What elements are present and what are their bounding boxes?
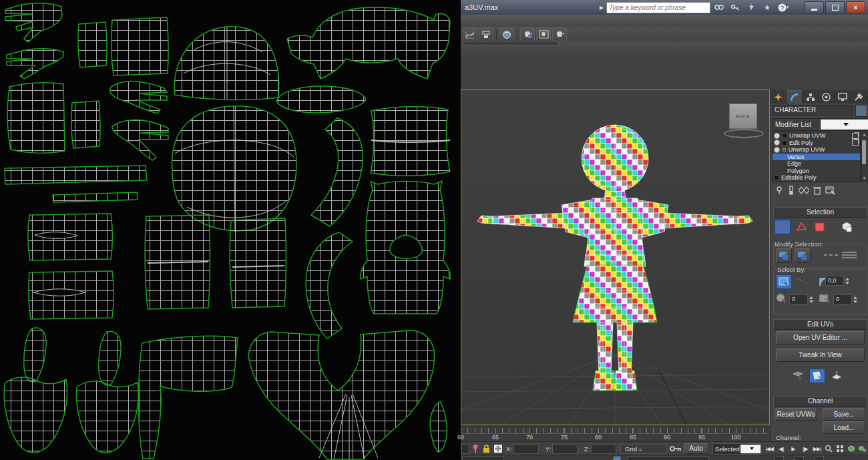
help-icon[interactable]: ? ▾ — [776, 1, 791, 13]
smoothing-group-spinner[interactable]: 0 — [789, 294, 813, 304]
viewcube-ring[interactable] — [724, 129, 764, 138]
grow-selection-button[interactable] — [776, 248, 792, 263]
minimize-button[interactable] — [805, 1, 824, 13]
close-button[interactable]: × — [846, 1, 865, 13]
uv-island-thin-strip[interactable] — [53, 192, 138, 202]
select-loop-icon[interactable] — [841, 250, 857, 261]
y-coord-field[interactable] — [552, 444, 578, 454]
search-expand-icon[interactable]: ▶ — [598, 2, 605, 13]
auto-key-button[interactable]: Auto — [684, 443, 708, 454]
reset-uvws-button[interactable]: Reset UVWs — [775, 408, 817, 421]
stack-subrow-edge[interactable]: Edge — [773, 160, 860, 168]
quick-planar-map-icon[interactable] — [791, 369, 805, 383]
select-by-vertex-dotted-icon[interactable] — [796, 277, 808, 286]
spinner-down-icon[interactable] — [853, 300, 857, 303]
uv-island-boot-back[interactable] — [361, 181, 451, 314]
uv-island-arc[interactable] — [306, 232, 353, 338]
spinner-down-icon[interactable] — [845, 282, 849, 284]
viewcube-back-face[interactable]: BACK — [729, 103, 757, 129]
shrink-selection-button[interactable] — [795, 248, 811, 263]
uv-island-kite[interactable] — [430, 401, 447, 452]
stack-row-unwrap-uvw-1[interactable]: Unwrap UVW — [773, 132, 860, 140]
render-production-icon[interactable] — [552, 27, 567, 41]
spinner-up-icon[interactable] — [853, 296, 857, 299]
uv-island-skirt-back[interactable] — [248, 330, 435, 459]
open-uv-editor-button[interactable]: Open UV Editor ... — [776, 331, 865, 344]
zoom-icon[interactable] — [823, 443, 834, 454]
stack-subrow-vertex[interactable]: Vertex — [773, 154, 860, 161]
rendered-frame-window-icon[interactable] — [536, 27, 551, 41]
select-polygon-button[interactable] — [812, 220, 827, 234]
tab-utilities-icon[interactable] — [851, 91, 867, 103]
tab-motion-icon[interactable] — [819, 91, 835, 103]
rollout-selection-header[interactable]: Selection — [773, 207, 867, 218]
scroll-thumb[interactable] — [862, 140, 866, 164]
select-ring-icon[interactable] — [824, 251, 839, 260]
make-unique-icon[interactable] — [799, 186, 809, 195]
curve-editor-icon[interactable] — [463, 27, 477, 41]
object-name-field[interactable]: CHARACTER — [772, 105, 853, 116]
tab-hierarchy-icon[interactable] — [803, 91, 819, 103]
scroll-down-icon[interactable]: ▼ — [862, 176, 867, 181]
isolate-pin-icon[interactable] — [469, 443, 481, 454]
x-coord-field[interactable] — [513, 444, 539, 454]
modifier-enable-bulb-icon[interactable] — [774, 147, 780, 153]
uv-island-skirt-panel[interactable] — [139, 336, 238, 459]
pin-stack-icon[interactable] — [775, 186, 784, 195]
uv-island-shoe-top[interactable] — [76, 381, 138, 453]
load-uvws-button[interactable]: Load... — [823, 421, 865, 434]
selection-lock-icon[interactable] — [481, 443, 492, 454]
tab-create-icon[interactable] — [771, 91, 787, 103]
maximize-button[interactable] — [825, 1, 845, 13]
quick-pelt-map-icon[interactable] — [829, 369, 844, 383]
expand-minus-icon[interactable]: ⊟ — [782, 147, 787, 153]
angle-spinner[interactable]: 0,0 — [825, 276, 849, 286]
select-vertex-button[interactable] — [775, 220, 791, 234]
zoom-extents-all-icon[interactable] — [857, 443, 868, 454]
uv-island-hand[interactable] — [110, 81, 167, 113]
uv-island-strip[interactable] — [71, 101, 100, 148]
remove-modifier-icon[interactable] — [813, 186, 821, 195]
select-by-smoothing-group-button[interactable] — [776, 293, 787, 305]
uv-island-panel[interactable] — [112, 17, 168, 75]
go-to-start-button[interactable]: |◀◀ — [763, 443, 775, 454]
object-color-swatch[interactable] — [855, 105, 867, 117]
uv-island-hand[interactable] — [7, 49, 63, 79]
set-key-icon[interactable] — [670, 443, 682, 454]
uv-island-sole[interactable] — [99, 331, 121, 385]
next-frame-button[interactable]: ||▶ — [799, 443, 811, 454]
play-button[interactable]: ▶ — [787, 443, 799, 454]
uv-island-arc[interactable] — [311, 118, 363, 226]
uv-island-head-top[interactable] — [174, 27, 278, 100]
select-by-matid-button[interactable] — [819, 298, 831, 305]
viewcube[interactable]: BACK — [724, 103, 763, 137]
search-input[interactable] — [606, 2, 710, 13]
modifier-enable-bulb-icon[interactable] — [774, 133, 780, 139]
timeline-ruler[interactable]: 60 65 70 75 80 85 90 95 100 — [461, 426, 769, 442]
stack-row-unwrap-uvw-2[interactable]: ⊟Unwrap UVW — [773, 146, 860, 154]
spinner-up-icon[interactable] — [809, 296, 813, 299]
stack-row-edit-poly[interactable]: Edit Poly — [773, 140, 860, 147]
stack-row-editable-poly[interactable]: Editable Poly — [773, 174, 860, 182]
zoom-extents-icon[interactable] — [845, 443, 857, 454]
uv-island-leg-panel[interactable] — [230, 218, 286, 308]
select-edge-button[interactable] — [794, 220, 809, 234]
title-bar[interactable]: a3UV.max ▶ ★ ? ▾ — [461, 0, 868, 15]
matid-spinner[interactable]: 0 — [833, 294, 857, 304]
mini-listener-field[interactable] — [461, 444, 469, 454]
uv-island-hand[interactable] — [112, 120, 168, 160]
show-end-result-icon[interactable] — [788, 186, 795, 195]
uv-island-belt[interactable] — [5, 166, 147, 184]
uv-editor-canvas[interactable] — [0, 0, 461, 460]
modifier-stack[interactable]: Unwrap UVW Edit Poly ⊟Unwrap UVW Vertex … — [772, 132, 861, 182]
spinner-down-icon[interactable] — [809, 300, 813, 303]
configure-modifier-sets-icon[interactable] — [825, 186, 835, 195]
subscription-key-icon[interactable] — [728, 1, 742, 13]
stack-subrow-polygon[interactable]: Polygon — [773, 168, 860, 175]
tweak-in-view-button[interactable]: Tweak In View — [776, 349, 865, 362]
modifier-enable-bulb-icon[interactable] — [774, 140, 780, 146]
rollout-channel-header[interactable]: Channel — [773, 396, 867, 407]
quick-peel-icon[interactable] — [809, 369, 825, 383]
tab-modify-icon[interactable] — [787, 90, 803, 103]
uv-island-panel[interactable] — [7, 83, 65, 153]
